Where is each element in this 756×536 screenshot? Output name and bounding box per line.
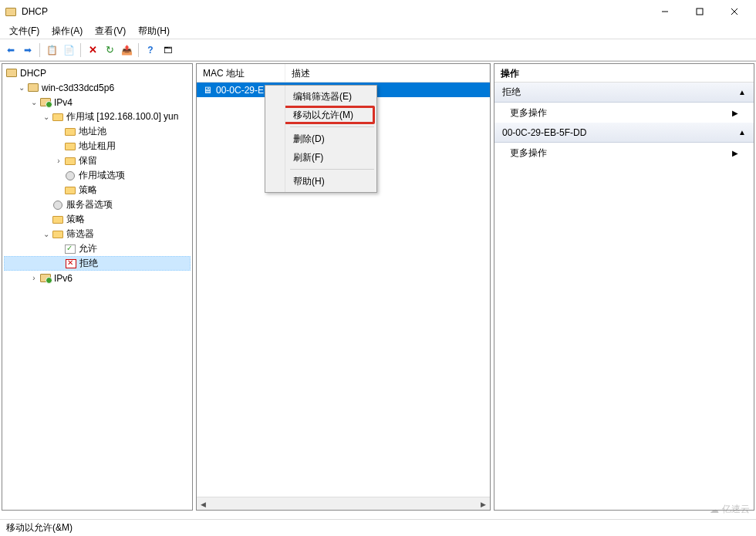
policy-icon: [64, 184, 76, 197]
action-item-label: 更多操作: [510, 106, 547, 120]
refresh-button[interactable]: ↻: [102, 42, 117, 58]
tree-node-scope[interactable]: ⌄ 作用域 [192.168.100.0] yun: [4, 110, 191, 124]
show-hide-button[interactable]: 📋: [44, 42, 59, 58]
menu-help[interactable]: 帮助(H): [132, 23, 176, 39]
tree-node-ipv4[interactable]: ⌄ IPv4: [4, 95, 191, 110]
menu-file[interactable]: 文件(F): [3, 23, 46, 39]
collapse-arrow-icon: ▲: [738, 128, 746, 137]
tree-node-server[interactable]: ⌄ win-c3d33dcd5p6: [4, 80, 191, 95]
menubar: 文件(F) 操作(A) 查看(V) 帮助(H): [0, 23, 756, 39]
console-tree[interactable]: DHCP ⌄ win-c3d33dcd5p6 ⌄ IPv4 ⌄ 作用域 [192…: [2, 64, 192, 287]
action-section-label: 00-0C-29-EB-5F-DD: [502, 127, 586, 138]
nav-back-button[interactable]: ⬅: [3, 42, 19, 58]
tree-node-reservations[interactable]: › 保留: [4, 153, 191, 168]
minimize-button[interactable]: [647, 0, 682, 23]
column-description[interactable]: 描述: [285, 64, 490, 82]
window-controls: [647, 0, 751, 23]
action-section-deny[interactable]: 拒绝 ▲: [494, 83, 754, 103]
tree-label: DHCP: [20, 68, 46, 79]
tree-node-scope-policies[interactable]: 策略: [4, 183, 191, 197]
close-button[interactable]: [717, 0, 751, 23]
tree-collapse-icon[interactable]: ⌄: [29, 98, 39, 106]
properties-button[interactable]: 📄: [61, 42, 76, 58]
tree-node-deny[interactable]: 拒绝: [4, 256, 191, 271]
tree-node-scope-options[interactable]: 作用域选项: [4, 168, 191, 183]
list-body[interactable]: 🖥 00-0C-29-EB-5F... 封禁 编辑筛选器(E) 移动以允许(M)…: [197, 83, 490, 497]
tree-node-leases[interactable]: 地址租用: [4, 139, 191, 153]
ctx-label: 编辑筛选器(E): [293, 90, 352, 103]
column-mac[interactable]: MAC 地址: [197, 64, 285, 82]
watermark-icon: ☁: [710, 504, 719, 515]
status-text: 移动以允许(&M): [6, 521, 73, 534]
tree-collapse-icon[interactable]: ⌄: [41, 113, 52, 121]
tree-collapse-icon[interactable]: ⌄: [16, 83, 27, 92]
action-panel: 操作 拒绝 ▲ 更多操作 ▶ 00-0C-29-EB-5F-DD ▲ 更多操作 …: [494, 63, 754, 511]
ctx-label: 帮助(H): [293, 175, 325, 188]
list-panel: MAC 地址 描述 🖥 00-0C-29-EB-5F... 封禁 编辑筛选器(E…: [196, 63, 491, 511]
dhcp-app-icon: [5, 5, 17, 18]
folder-icon: [64, 155, 76, 167]
toolbar-separator: [80, 43, 81, 57]
submenu-arrow-icon: ▶: [732, 149, 738, 157]
action-header: 操作: [494, 64, 754, 83]
options-icon: [52, 199, 64, 211]
tree-label: 筛选器: [66, 228, 94, 241]
maximize-button[interactable]: [682, 0, 717, 23]
tree-node-server-options[interactable]: 服务器选项: [4, 197, 191, 212]
titlebar: DHCP: [0, 0, 756, 23]
submenu-arrow-icon: ▶: [732, 109, 738, 117]
context-menu: 编辑筛选器(E) 移动以允许(M) 删除(D) 刷新(F) 帮助(H): [265, 85, 377, 193]
tree-node-server-policies[interactable]: 策略: [4, 212, 191, 227]
help-button[interactable]: ?: [143, 42, 158, 58]
tree-panel: DHCP ⌄ win-c3d33dcd5p6 ⌄ IPv4 ⌄ 作用域 [192…: [2, 63, 193, 511]
tree-node-allow[interactable]: 允许: [4, 241, 191, 256]
horizontal-scrollbar[interactable]: ◀ ▶: [197, 497, 490, 510]
nav-forward-button[interactable]: ➡: [20, 42, 35, 58]
filter-icon: [52, 228, 64, 241]
action-more-2[interactable]: 更多操作 ▶: [494, 143, 754, 163]
ctx-label: 刷新(F): [293, 151, 323, 164]
tree-node-ipv6[interactable]: › IPv6: [4, 271, 191, 285]
context-menu-separator: [290, 126, 374, 127]
menu-action[interactable]: 操作(A): [46, 23, 89, 39]
action-section-label: 拒绝: [502, 86, 521, 99]
tree-label: win-c3d33dcd5p6: [42, 83, 114, 93]
folder-icon: [64, 126, 76, 138]
action-section-mac[interactable]: 00-0C-29-EB-5F-DD ▲: [494, 123, 754, 143]
action-more-1[interactable]: 更多操作 ▶: [494, 103, 754, 123]
export-button[interactable]: 📤: [119, 42, 134, 58]
ctx-label: 删除(D): [293, 133, 325, 146]
list-header: MAC 地址 描述: [197, 64, 490, 83]
ipv6-icon: [39, 272, 52, 285]
menu-view[interactable]: 查看(V): [89, 23, 132, 39]
deny-icon: [65, 258, 77, 270]
ctx-label: 移动以允许(M): [293, 109, 353, 122]
tree-node-address-pool[interactable]: 地址池: [4, 124, 191, 139]
tree-label: 拒绝: [79, 257, 98, 270]
watermark: ☁ 亿速云: [710, 503, 750, 516]
context-menu-separator: [290, 169, 374, 170]
scroll-left-button[interactable]: ◀: [197, 497, 210, 511]
svg-rect-1: [697, 8, 703, 15]
tree-label: 允许: [79, 242, 97, 255]
policy-icon: [52, 214, 64, 226]
context-menu-icon-strip: [265, 86, 285, 192]
tree-label: 策略: [79, 184, 97, 197]
toolbar-separator: [138, 43, 139, 57]
window-title: DHCP: [22, 6, 647, 17]
delete-button[interactable]: ✕: [85, 42, 100, 58]
tree-collapse-icon[interactable]: ⌄: [41, 230, 52, 238]
scroll-right-button[interactable]: ▶: [477, 497, 490, 511]
statusbar: 移动以允许(&M): [0, 519, 756, 536]
action-pane-button[interactable]: 🗔: [160, 42, 175, 58]
collapse-arrow-icon: ▲: [738, 88, 746, 96]
action-item-label: 更多操作: [510, 147, 547, 160]
ipv4-icon: [39, 96, 52, 109]
tree-label: 作用域选项: [79, 169, 125, 182]
tree-expand-icon[interactable]: ›: [29, 274, 39, 282]
tree-label: 服务器选项: [66, 198, 113, 211]
tree-node-root[interactable]: DHCP: [4, 66, 191, 80]
toolbar: ⬅ ➡ 📋 📄 ✕ ↻ 📤 ? 🗔: [0, 39, 756, 61]
tree-expand-icon[interactable]: ›: [53, 157, 64, 165]
tree-node-filters[interactable]: ⌄ 筛选器: [4, 227, 191, 241]
